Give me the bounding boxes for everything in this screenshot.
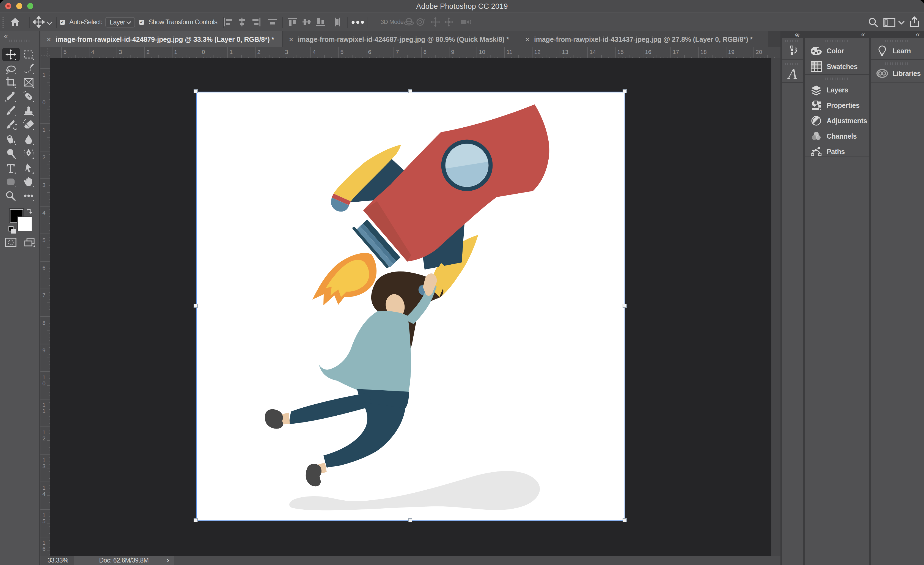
svg-text:8: 8 <box>423 49 427 55</box>
svg-text:18: 18 <box>700 49 707 55</box>
svg-text:4: 4 <box>42 209 46 216</box>
svg-text:0: 0 <box>42 99 46 105</box>
svg-text:12: 12 <box>534 49 540 55</box>
svg-text:1: 1 <box>42 126 46 133</box>
svg-text:10: 10 <box>479 49 485 55</box>
svg-text:3: 3 <box>42 463 46 469</box>
svg-text:6: 6 <box>42 545 46 552</box>
svg-text:15: 15 <box>617 49 624 55</box>
svg-text:2: 2 <box>147 49 150 55</box>
svg-text:1: 1 <box>230 49 233 55</box>
svg-text:1: 1 <box>42 457 46 463</box>
svg-text:3: 3 <box>119 49 122 55</box>
svg-text:3: 3 <box>285 49 288 55</box>
svg-text:8: 8 <box>42 320 46 326</box>
svg-text:7: 7 <box>42 292 46 298</box>
svg-text:1: 1 <box>42 484 46 491</box>
svg-text:2: 2 <box>257 49 260 55</box>
svg-text:4: 4 <box>42 490 46 497</box>
svg-text:1: 1 <box>42 512 46 518</box>
svg-text:20: 20 <box>756 49 762 55</box>
svg-text:13: 13 <box>562 49 568 55</box>
svg-text:9: 9 <box>451 49 454 55</box>
svg-text:14: 14 <box>590 49 596 55</box>
svg-text:9: 9 <box>42 347 46 353</box>
svg-text:5: 5 <box>63 49 67 55</box>
svg-text:16: 16 <box>645 49 651 55</box>
svg-text:6: 6 <box>368 49 371 55</box>
svg-text:17: 17 <box>673 49 679 55</box>
svg-text:5: 5 <box>42 518 46 524</box>
svg-text:1: 1 <box>42 401 46 408</box>
svg-text:11: 11 <box>507 49 513 55</box>
svg-text:1: 1 <box>42 408 46 414</box>
svg-text:2: 2 <box>42 154 46 160</box>
svg-text:0: 0 <box>42 380 46 386</box>
svg-text:1: 1 <box>174 49 177 55</box>
svg-text:1: 1 <box>42 374 46 380</box>
svg-text:1: 1 <box>42 72 46 78</box>
svg-text:0: 0 <box>202 49 205 55</box>
svg-text:5: 5 <box>340 49 344 55</box>
svg-text:6: 6 <box>42 264 46 270</box>
svg-text:4: 4 <box>91 49 94 55</box>
svg-text:7: 7 <box>396 49 399 55</box>
svg-text:19: 19 <box>728 49 734 55</box>
svg-text:2: 2 <box>42 435 46 442</box>
svg-text:4: 4 <box>313 49 316 55</box>
svg-text:5: 5 <box>42 237 46 243</box>
svg-text:1: 1 <box>42 539 46 546</box>
svg-text:3: 3 <box>42 182 46 188</box>
svg-text:1: 1 <box>42 429 46 436</box>
